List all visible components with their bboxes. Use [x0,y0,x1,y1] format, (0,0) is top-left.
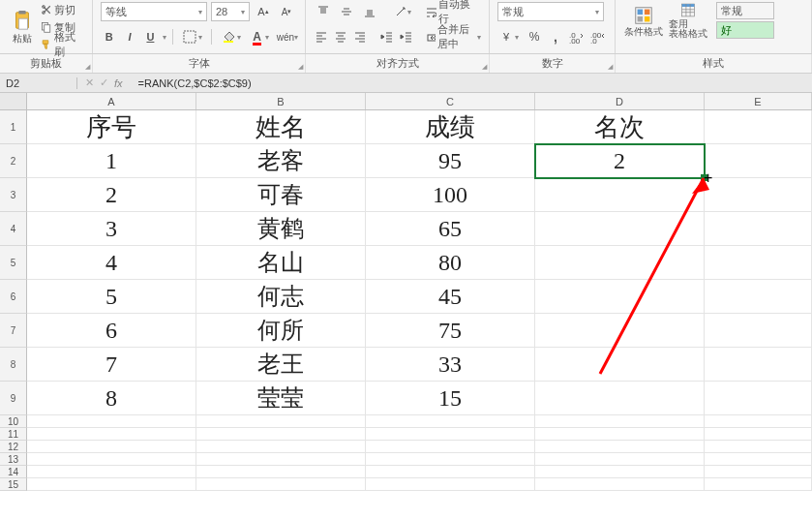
row-header[interactable]: 8 [0,348,27,382]
col-header-C[interactable]: C [366,93,535,109]
wrap-text-button[interactable]: 自动换行 [425,4,481,19]
cell[interactable]: 老客 [196,144,366,178]
fill-color-button[interactable]: ▾ [218,27,244,46]
col-header-B[interactable]: B [196,93,366,109]
cell[interactable] [705,144,812,178]
increase-indent-button[interactable] [399,27,414,46]
cell[interactable] [366,428,535,441]
cell[interactable] [535,348,705,382]
cell[interactable]: 8 [27,382,196,415]
cell[interactable] [705,280,812,314]
cell[interactable] [366,453,535,466]
cell[interactable] [196,466,366,478]
cell[interactable] [535,441,705,453]
font-color-button[interactable]: A▾ [248,27,274,46]
cell[interactable] [27,441,196,453]
merge-center-button[interactable]: 合并后居中 ▾ [427,29,481,45]
cell[interactable] [27,478,196,491]
cell[interactable]: 7 [27,348,196,382]
paste-button[interactable]: 粘贴 [8,9,37,46]
cell[interactable]: 莹莹 [196,382,366,415]
cell[interactable] [705,453,812,466]
cell[interactable] [27,428,196,441]
cancel-formula-icon[interactable]: ✕ [85,76,94,89]
cell[interactable]: 100 [366,178,535,212]
format-as-table-button[interactable]: 套用 表格格式 [668,2,708,39]
cell[interactable] [535,466,705,478]
row-header[interactable]: 15 [0,478,27,491]
cell[interactable]: 45 [366,280,535,314]
cell[interactable]: 何所 [196,314,366,348]
cell[interactable]: 2 [535,144,705,178]
cell[interactable] [535,428,705,441]
italic-button[interactable]: I [121,27,137,46]
cell[interactable]: 95 [366,144,535,178]
row-header[interactable]: 12 [0,441,27,453]
cell[interactable] [366,441,535,453]
percent-button[interactable]: % [526,27,543,46]
formula-input[interactable]: =RANK(C2,$C$2:$C$9) [131,77,812,89]
row-header[interactable]: 5 [0,246,27,280]
cell[interactable]: 33 [366,348,535,382]
cell[interactable] [705,382,812,415]
comma-button[interactable]: , [547,27,564,46]
phonetic-button[interactable]: wén▾ [278,27,297,46]
cell[interactable] [705,314,812,348]
fx-icon[interactable]: fx [114,77,123,89]
cell[interactable] [705,466,812,478]
cell[interactable] [27,466,196,478]
underline-button[interactable]: U [142,27,159,46]
increase-font-button[interactable]: A▴ [254,2,273,21]
align-bottom-button[interactable] [360,2,379,21]
cell[interactable]: 姓名 [196,110,366,144]
cell[interactable] [535,178,705,212]
format-painter-button[interactable]: 格式刷 [41,37,84,52]
align-top-button[interactable] [314,2,333,21]
cell[interactable] [535,478,705,491]
cell[interactable] [705,246,812,280]
align-right-button[interactable] [352,27,368,46]
cell[interactable]: 黄鹤 [196,212,366,246]
cell[interactable] [535,314,705,348]
col-header-A[interactable]: A [27,93,196,109]
cell[interactable]: 65 [366,212,535,246]
cell[interactable] [196,415,366,428]
cell[interactable] [27,415,196,428]
accounting-format-button[interactable]: ¥▾ [497,27,522,46]
cell[interactable] [705,478,812,491]
cell[interactable]: 可春 [196,178,366,212]
cell-style-normal[interactable]: 常规 [716,2,774,19]
cell[interactable] [705,110,812,144]
col-header-E[interactable]: E [705,93,812,109]
row-header[interactable]: 1 [0,110,27,144]
bold-button[interactable]: B [101,27,117,46]
decrease-font-button[interactable]: A▾ [277,2,296,21]
row-header[interactable]: 6 [0,280,27,314]
font-size-combo[interactable]: 28 ▾ [211,2,250,21]
cell[interactable] [535,246,705,280]
row-header[interactable]: 10 [0,415,27,428]
cell[interactable] [705,415,812,428]
row-header[interactable]: 9 [0,382,27,415]
cell[interactable] [705,178,812,212]
align-middle-button[interactable] [337,2,356,21]
cell[interactable]: 老王 [196,348,366,382]
cell[interactable]: 5 [27,280,196,314]
cell[interactable]: 15 [366,382,535,415]
row-header[interactable]: 11 [0,428,27,441]
row-header[interactable]: 14 [0,466,27,478]
select-all-corner[interactable] [0,93,27,109]
col-header-D[interactable]: D [535,93,705,109]
align-center-button[interactable] [333,27,348,46]
cell[interactable] [196,453,366,466]
border-button[interactable]: ▾ [179,27,205,46]
font-name-combo[interactable]: 等线 ▾ [101,2,207,21]
enter-formula-icon[interactable]: ✓ [100,76,108,89]
cell[interactable] [27,453,196,466]
align-left-button[interactable] [314,27,329,46]
row-header[interactable]: 13 [0,453,27,466]
cell[interactable]: 6 [27,314,196,348]
cell[interactable] [196,478,366,491]
cell[interactable] [535,382,705,415]
cell[interactable]: 序号 [27,110,196,144]
